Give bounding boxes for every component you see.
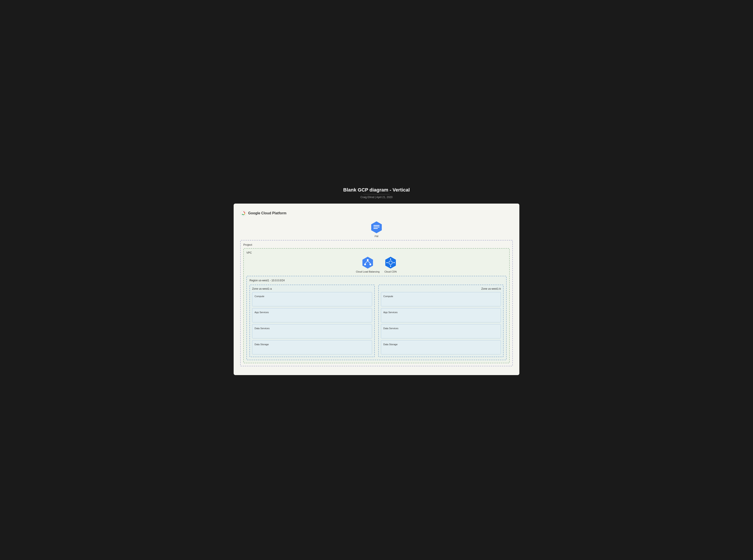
- region-container: Region us-west1 - 10.0.0.0/24 Zone us-we…: [246, 276, 507, 360]
- vpc-label: VPC: [246, 251, 507, 254]
- zone-a-appservices-box: App Services: [252, 308, 372, 322]
- zone-b-compute-box: Compute: [381, 292, 501, 306]
- fw-icon-wrapper: FW: [370, 221, 383, 238]
- gcp-logo: Google Cloud Platform: [240, 210, 513, 216]
- vpc-header-icons: Cloud Load Balancing: [246, 256, 507, 273]
- zones-row: Zone us-west1-a Compute App Services Dat…: [249, 285, 504, 357]
- svg-point-6: [367, 259, 369, 261]
- project-label: Project: [243, 243, 510, 246]
- fw-label: FW: [374, 235, 378, 238]
- svg-point-0: [240, 211, 246, 216]
- gcp-logo-text: Google Cloud Platform: [248, 211, 286, 215]
- zone-b-datastorage-label: Data Storage: [383, 343, 398, 346]
- cloud-cdn-icon: [384, 256, 397, 269]
- project-container: Project VPC: [240, 240, 513, 366]
- zone-a-container: Zone us-west1-a Compute App Services Dat…: [249, 285, 375, 357]
- region-label: Region us-west1 - 10.0.0.0/24: [249, 279, 504, 282]
- zone-b-compute-label: Compute: [383, 295, 393, 298]
- zone-b-appservices-label: App Services: [383, 311, 398, 314]
- svg-point-8: [369, 263, 371, 265]
- cloud-cdn-icon-wrapper: Cloud CDN: [384, 256, 397, 273]
- zone-a-compute-label: Compute: [254, 295, 265, 298]
- svg-point-7: [364, 263, 366, 265]
- cloud-lb-label: Cloud Load Balancing: [356, 270, 380, 273]
- vpc-container: VPC: [243, 248, 510, 363]
- zone-b-datastorage-box: Data Storage: [381, 340, 501, 355]
- gcp-logo-icon: [240, 210, 246, 216]
- zone-a-appservices-label: App Services: [254, 311, 269, 314]
- zone-b-dataservices-box: Data Services: [381, 324, 501, 338]
- zone-a-datastorage-box: Data Storage: [252, 340, 372, 355]
- cloud-cdn-label: Cloud CDN: [384, 270, 397, 273]
- cloud-lb-icon-wrapper: Cloud Load Balancing: [356, 256, 380, 273]
- diagram-canvas: Google Cloud Platform FW Pro: [234, 204, 519, 375]
- zone-a-label: Zone us-west1-a: [252, 287, 372, 290]
- zone-a-dataservices-box: Data Services: [252, 324, 372, 338]
- top-icons-area: FW: [240, 221, 513, 238]
- svg-marker-5: [363, 257, 373, 268]
- svg-rect-4: [373, 228, 378, 229]
- svg-rect-2: [373, 225, 380, 226]
- zone-a-compute-box: Compute: [252, 292, 372, 306]
- zone-b-appservices-box: App Services: [381, 308, 501, 322]
- diagram-title: Blank GCP diagram - Vertical: [234, 187, 519, 193]
- cloud-lb-icon: [361, 256, 374, 269]
- fw-icon: [370, 221, 383, 234]
- diagram-meta: Craig Ellrod | April 21, 2020: [234, 196, 519, 199]
- zone-b-label: Zone us-west1-b: [381, 287, 501, 290]
- svg-rect-3: [373, 227, 380, 227]
- zone-a-datastorage-label: Data Storage: [254, 343, 269, 346]
- zone-b-container: Zone us-west1-b Compute App Services Dat…: [378, 285, 504, 357]
- zone-a-dataservices-label: Data Services: [254, 327, 269, 329]
- zone-b-dataservices-label: Data Services: [383, 327, 398, 329]
